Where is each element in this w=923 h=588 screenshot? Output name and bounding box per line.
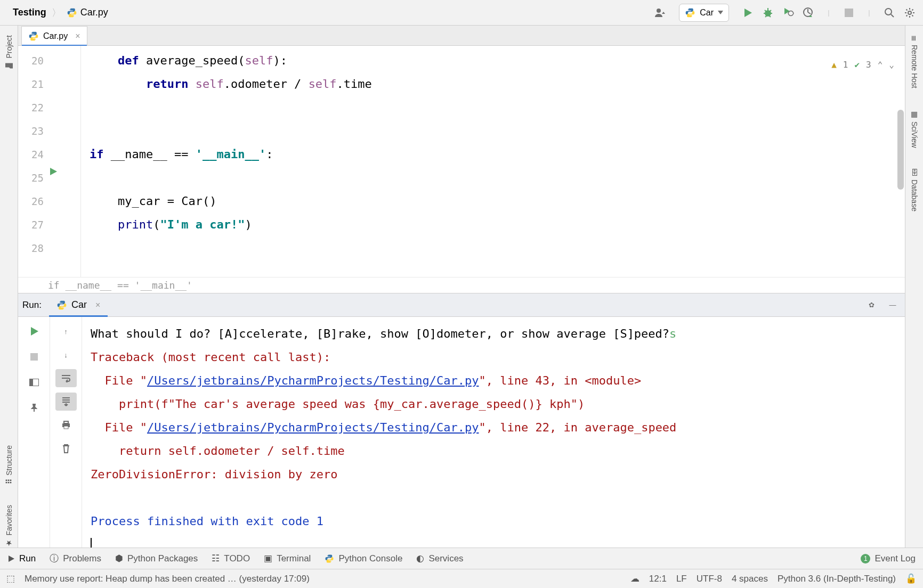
chevron-down-icon[interactable]: ⌄ — [889, 53, 894, 77]
tool-problems[interactable]: ⓘProblems — [50, 552, 101, 565]
run-toolwindow: Run: Car × ✿ — ↑ ↓ — [18, 293, 905, 548]
tool-run[interactable]: Run — [7, 553, 36, 564]
tool-terminal[interactable]: ▣Terminal — [264, 553, 311, 564]
status-interpreter[interactable]: Python 3.6 (In-Depth-Testing) — [778, 574, 896, 584]
rerun-button[interactable] — [23, 322, 45, 340]
status-hector-icon[interactable]: ☁ — [630, 573, 639, 584]
stop-run-button[interactable] — [23, 348, 45, 366]
list-icon: ☷ — [212, 553, 220, 564]
fold-gutter — [62, 46, 81, 277]
run-console[interactable]: What should I do? [A]ccelerate, [B]rake,… — [82, 317, 905, 548]
tool-database[interactable]: 🗄Database — [910, 169, 919, 211]
traceback-link[interactable]: /Users/jetbrains/PycharmProjects/Testing… — [147, 421, 479, 434]
top-toolbar: Testing 〉 Car.py Car | | — [0, 0, 923, 26]
right-tool-gutter: ≣Remote Host ▦SciView 🗄Database — [905, 26, 923, 548]
up-stack-button[interactable]: ↑ — [55, 322, 77, 340]
soft-wrap-button[interactable] — [55, 369, 77, 387]
tool-todo[interactable]: ☷TODO — [212, 553, 250, 564]
warning-icon: ▲ — [831, 53, 837, 77]
tool-favorites[interactable]: ★Favorites — [5, 505, 13, 548]
down-stack-button[interactable]: ↓ — [55, 346, 77, 364]
tool-project[interactable]: Project — [5, 35, 13, 70]
breadcrumb-separator: 〉 — [51, 6, 62, 19]
svg-rect-11 — [64, 426, 68, 429]
editor-tab-car[interactable]: Car.py × — [21, 26, 87, 45]
search-everywhere-button[interactable] — [881, 5, 897, 21]
editor-tab-bar: Car.py × — [18, 26, 905, 46]
settings-button[interactable] — [902, 5, 918, 21]
svg-rect-6 — [30, 353, 38, 361]
status-line-separator[interactable]: LF — [676, 574, 687, 584]
editor-context-breadcrumb[interactable]: if __name__ == '__main__' — [18, 277, 905, 293]
print-button[interactable] — [55, 416, 77, 434]
run-panel-title: Run: — [22, 300, 44, 311]
chevron-up-icon[interactable]: ⌃ — [878, 53, 883, 77]
separator: | — [821, 5, 837, 21]
layout-button[interactable] — [23, 373, 45, 391]
tool-python-packages[interactable]: ⬢Python Packages — [115, 553, 198, 564]
inspection-widget[interactable]: ▲1 ✔3 ⌃ ⌄ — [831, 53, 894, 77]
close-run-tab-icon[interactable]: × — [95, 300, 100, 310]
info-icon: ⓘ — [50, 552, 59, 565]
svg-point-5 — [908, 11, 911, 14]
breadcrumb-file[interactable]: Car.py — [67, 7, 108, 18]
debug-button[interactable] — [760, 5, 776, 21]
svg-point-4 — [885, 9, 892, 15]
hide-panel-icon[interactable]: — — [885, 297, 901, 313]
folder-icon — [5, 62, 13, 70]
status-caret-position[interactable]: 12:1 — [649, 574, 667, 584]
traceback-link[interactable]: /Users/jetbrains/PycharmProjects/Testing… — [147, 374, 479, 387]
scroll-to-end-button[interactable] — [55, 393, 77, 411]
code-area[interactable]: def average_speed(self): return self.odo… — [81, 46, 905, 277]
python-icon — [325, 554, 334, 564]
python-file-icon — [28, 31, 39, 42]
breadcrumb-project[interactable]: Testing — [13, 7, 46, 18]
stop-button[interactable] — [841, 5, 857, 21]
vcs-user-icon[interactable] — [652, 5, 668, 21]
package-icon: ⬢ — [115, 553, 123, 564]
pin-button[interactable] — [23, 399, 45, 417]
lock-icon[interactable]: 🔓 — [905, 573, 917, 584]
left-tool-gutter: Project ⠿Structure ★Favorites — [0, 26, 18, 548]
svg-rect-8 — [29, 379, 33, 386]
python-icon — [685, 7, 695, 18]
status-indent[interactable]: 4 spaces — [732, 574, 768, 584]
delete-button[interactable] — [55, 439, 77, 458]
tool-python-console[interactable]: Python Console — [325, 553, 402, 564]
run-tab-car[interactable]: Car × — [49, 294, 108, 316]
run-configuration-selector[interactable]: Car — [679, 4, 729, 22]
status-message[interactable]: Memory use report: Heap dump has been cr… — [25, 574, 310, 584]
tool-structure[interactable]: ⠿Structure — [5, 445, 13, 484]
editor-scrollbar[interactable] — [897, 110, 904, 190]
services-icon: ◐ — [416, 553, 424, 564]
run-toolbar-primary — [18, 317, 50, 548]
status-bar: ⬚ Memory use report: Heap dump has been … — [0, 569, 923, 588]
run-settings-icon[interactable]: ✿ — [863, 297, 879, 313]
check-icon: ✔ — [854, 53, 860, 77]
python-icon — [56, 300, 67, 311]
line-number-gutter: 202122232425262728 — [18, 46, 48, 277]
tool-services[interactable]: ◐Services — [416, 553, 463, 564]
close-tab-icon[interactable]: × — [75, 31, 80, 41]
tool-event-log[interactable]: 1Event Log — [861, 553, 916, 564]
profile-button[interactable] — [800, 5, 816, 21]
svg-rect-3 — [845, 9, 853, 17]
star-icon: ★ — [5, 539, 13, 548]
run-toolbar-secondary: ↑ ↓ — [50, 317, 82, 548]
tool-sciview[interactable]: ▦SciView — [910, 110, 919, 148]
run-line-marker[interactable] — [49, 167, 58, 177]
run-button[interactable] — [740, 5, 756, 21]
run-coverage-button[interactable] — [780, 5, 796, 21]
code-editor[interactable]: 202122232425262728 def average_speed(sel… — [18, 46, 905, 277]
chart-icon: ▦ — [910, 110, 919, 118]
status-encoding[interactable]: UTF-8 — [697, 574, 722, 584]
bottom-tool-strip: Run ⓘProblems ⬢Python Packages ☷TODO ▣Te… — [0, 548, 923, 569]
tool-remote-host[interactable]: ≣Remote Host — [910, 35, 919, 88]
database-icon: 🗄 — [910, 169, 919, 176]
terminal-icon: ▣ — [264, 553, 272, 564]
server-icon: ≣ — [910, 35, 919, 42]
chevron-down-icon — [718, 11, 723, 14]
python-file-icon — [67, 7, 77, 18]
quick-list-icon[interactable]: ⬚ — [6, 573, 15, 584]
svg-point-0 — [657, 9, 661, 13]
